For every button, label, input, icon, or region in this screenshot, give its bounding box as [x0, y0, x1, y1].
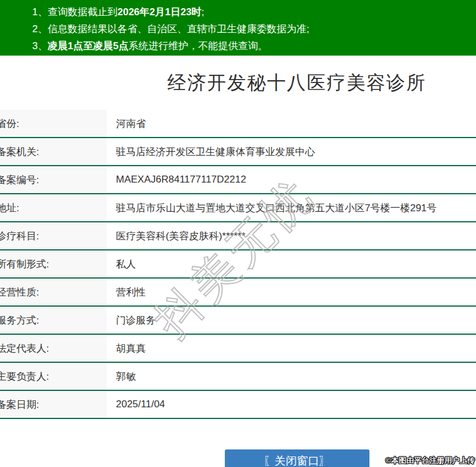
info-table: 省份: 河南省 备案机关: 驻马店经济开发区卫生健康体育事业发展中心 备案编号:… — [0, 110, 476, 419]
field-label: 省份: — [0, 110, 107, 137]
field-value: 医疗美容科(美容皮肤科)****** — [107, 222, 476, 249]
table-row-filing-date: 备案日期: 2025/11/04 — [0, 391, 476, 419]
copyright-overlay: ©本图由平台注册用户上传 — [385, 455, 475, 466]
table-row-person-in-charge: 主要负责人: 郭敏 — [0, 363, 476, 391]
field-value: MAEXAJ6R841177117D2212 — [107, 166, 476, 193]
notice-3-bold: 凌晨1点至凌晨5点 — [47, 40, 128, 51]
field-label: 地址: — [0, 194, 107, 221]
field-label: 法定代表人: — [0, 335, 107, 362]
page-title: 经济开发秘十八医疗美容诊所 — [167, 70, 426, 96]
field-value: 2025/11/04 — [107, 391, 476, 418]
field-value: 河南省 — [107, 110, 476, 137]
notice-line-3: 3、凌晨1点至凌晨5点系统进行维护，不能提供查询。 — [32, 37, 476, 54]
notice-3-pre: 3、 — [32, 40, 47, 51]
field-label: 备案编号: — [0, 166, 107, 193]
table-row-address: 地址: 驻马店市乐山大道与置地大道交叉口西北角第五大道小区7号楼一楼291号 — [0, 194, 476, 222]
field-value: 营利性 — [107, 279, 476, 305]
table-row-service-mode: 服务方式: 门诊服务 — [0, 307, 476, 335]
table-row-filing-authority: 备案机关: 驻马店经济开发区卫生健康体育事业发展中心 — [0, 138, 476, 166]
field-label: 备案日期: — [0, 391, 107, 418]
notice-1-pre: 1、查询数据截止到 — [32, 6, 117, 18]
table-row-filing-number: 备案编号: MAEXAJ6R841177117D2212 — [0, 166, 476, 194]
title-area: 经济开发秘十八医疗美容诊所 — [0, 56, 476, 110]
table-row-legal-representative: 法定代表人: 胡真真 — [0, 335, 476, 363]
notice-1-post: ; — [201, 6, 204, 18]
notice-line-2: 2、信息数据结果以各省、自治区、直辖市卫生健康委数据为准; — [32, 20, 476, 37]
page-container: 1、查询数据截止到2026年2月1日23时; 2、信息数据结果以各省、自治区、直… — [0, 0, 476, 467]
table-row-ownership: 所有制形式: 私人 — [0, 250, 476, 279]
close-window-button[interactable]: 〖关闭窗口〗 — [225, 449, 369, 467]
field-value: 门诊服务 — [107, 307, 476, 334]
table-row-operation-nature: 经营性质: 营利性 — [0, 279, 476, 307]
field-value: 郭敏 — [107, 363, 476, 390]
notice-3-post: 系统进行维护，不能提供查询。 — [128, 40, 268, 51]
notice-1-bold: 2026年2月1日23时 — [117, 6, 201, 18]
notice-line-1: 1、查询数据截止到2026年2月1日23时; — [32, 4, 476, 20]
field-value: 驻马店经济开发区卫生健康体育事业发展中心 — [107, 138, 476, 165]
field-value: 胡真真 — [107, 335, 476, 362]
field-value: 私人 — [107, 250, 476, 277]
field-label: 服务方式: — [0, 307, 107, 334]
field-label: 所有制形式: — [0, 250, 107, 277]
notice-2-pre: 2、信息数据结果以各省、自治区、直辖市卫生健康委数据为准; — [32, 23, 309, 35]
table-row-departments: 诊疗科目: 医疗美容科(美容皮肤科)****** — [0, 222, 476, 250]
field-label: 主要负责人: — [0, 363, 107, 390]
notice-bar: 1、查询数据截止到2026年2月1日23时; 2、信息数据结果以各省、自治区、直… — [0, 0, 476, 56]
field-value: 驻马店市乐山大道与置地大道交叉口西北角第五大道小区7号楼一楼291号 — [107, 194, 476, 221]
field-label: 经营性质: — [0, 279, 107, 305]
field-label: 诊疗科目: — [0, 222, 107, 249]
field-label: 备案机关: — [0, 138, 107, 165]
table-row-province: 省份: 河南省 — [0, 110, 476, 138]
